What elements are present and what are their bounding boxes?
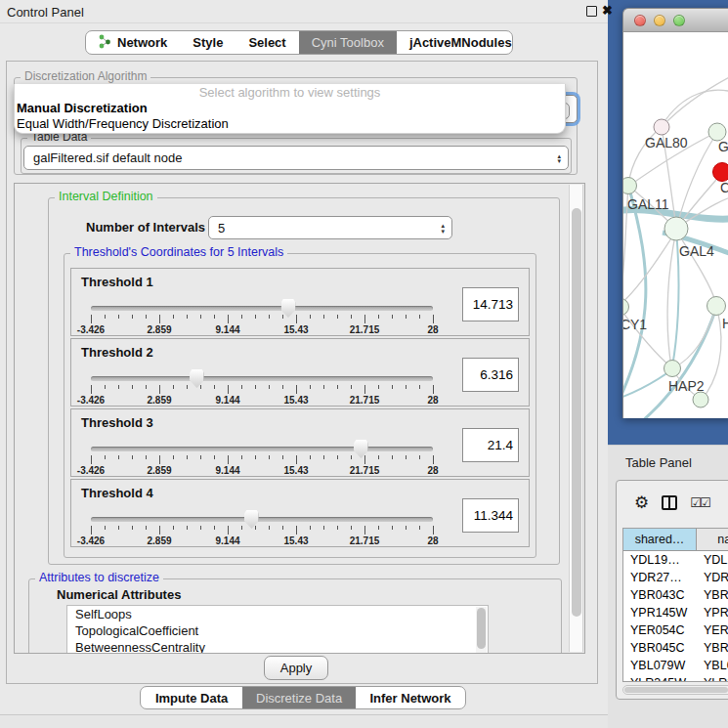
tab-style[interactable]: Style: [180, 31, 236, 54]
table-row[interactable]: YDR27…YDR2: [623, 569, 728, 586]
table-cell[interactable]: YBR043C: [623, 586, 697, 604]
table-row[interactable]: YER054CYER0: [623, 621, 728, 639]
table-cell[interactable]: YDL1: [697, 551, 728, 569]
slider-track[interactable]: [91, 306, 433, 311]
svg-text:G.: G.: [718, 139, 728, 154]
slider-scale-labels: -3.4262.8599.14415.4321.71528: [91, 395, 433, 407]
table-cell[interactable]: YBR045C: [623, 639, 697, 657]
table-cell[interactable]: YDR27…: [623, 569, 697, 586]
tab-jactivemnodules[interactable]: jActiveMNodules: [397, 31, 513, 54]
column-header-shared-name[interactable]: shared…: [623, 529, 697, 550]
svg-text:HAP2: HAP2: [668, 378, 705, 394]
dropdown-option-equal-width[interactable]: Equal Width/Frequency Discretization: [15, 116, 565, 132]
slider-scale-labels: -3.4262.8599.14415.4321.71528: [91, 465, 433, 477]
threshold-4-value[interactable]: 11.344: [462, 498, 519, 533]
tab-jactivemnodules-label: jActiveMNodules: [409, 35, 512, 50]
table-cell[interactable]: YPR1: [697, 604, 728, 621]
interval-definition-title: Interval Definition: [55, 190, 157, 203]
threshold-3-label: Threshold 3: [81, 415, 153, 430]
close-traffic-light-icon[interactable]: [634, 15, 646, 26]
bottom-tabbar: Impute Data Discretize Data Infer Networ…: [140, 686, 466, 709]
table-row[interactable]: YBL079WYBL0: [623, 657, 728, 674]
svg-text:GAL80: GAL80: [645, 135, 688, 150]
checked-checkbox-icons[interactable]: ☑☑: [690, 495, 708, 510]
svg-text:C: C: [720, 180, 728, 195]
list-scrollbar-thumb[interactable]: [477, 608, 486, 649]
column-header-name[interactable]: name: [697, 529, 728, 550]
slider-ticks: [91, 385, 433, 395]
number-of-intervals-value: 5: [218, 221, 225, 236]
table-cell[interactable]: YBR0: [697, 639, 728, 657]
table-cell[interactable]: YBL0: [697, 657, 728, 674]
table-cell[interactable]: YDR2: [697, 569, 728, 586]
dropdown-hint: Select algorithm to view settings: [15, 84, 565, 101]
tab-network-label: Network: [117, 35, 167, 50]
table-cell[interactable]: YDL19…: [623, 551, 697, 569]
numerical-attributes-list[interactable]: SelfLoopsTopologicalCoefficientBetweenne…: [66, 605, 489, 654]
table-panel-title: Table Panel: [625, 455, 692, 470]
algorithm-dropdown: Select algorithm to view settings Manual…: [14, 84, 566, 134]
svg-text:H: H: [722, 316, 728, 331]
discretization-algorithm-group-title: Discretization Algorithm: [21, 69, 150, 83]
control-panel: Control Panel ✖ Network Style Select Cyn…: [0, 0, 608, 728]
attribute-list-item[interactable]: TopologicalCoefficient: [67, 622, 488, 639]
slider-track[interactable]: [91, 376, 433, 381]
table-cell[interactable]: YER054C: [623, 621, 697, 639]
tab-infer-network[interactable]: Infer Network: [356, 687, 465, 708]
table-row[interactable]: YLR345WYLR3: [623, 674, 728, 682]
attribute-list-item[interactable]: SelfLoops: [67, 606, 488, 622]
split-columns-icon[interactable]: [662, 495, 677, 510]
tab-select-label: Select: [248, 35, 285, 50]
tab-cyni-toolbox-label: Cyni Toolbox: [312, 35, 384, 50]
tab-discretize-data[interactable]: Discretize Data: [242, 687, 356, 708]
number-of-intervals-label: Number of Intervals: [86, 220, 205, 235]
tab-impute-data[interactable]: Impute Data: [141, 687, 242, 708]
tab-impute-data-label: Impute Data: [155, 691, 228, 706]
slider-track[interactable]: [91, 517, 433, 522]
tab-select[interactable]: Select: [236, 31, 298, 54]
float-window-icon[interactable]: [586, 6, 597, 17]
gear-icon[interactable]: ⚙: [634, 494, 649, 511]
table-data-combobox[interactable]: galFiltered.sif default node ▴▾: [23, 146, 569, 170]
table-cell[interactable]: YBL079W: [623, 657, 697, 674]
threshold-1-value[interactable]: 14.713: [462, 287, 519, 321]
panel-scrollbar-thumb[interactable]: [572, 208, 581, 617]
network-canvas-svg: GAL80G.CGAL11GAL4GCY1HHAP2: [623, 32, 728, 418]
table-cell[interactable]: YLR345W: [623, 674, 697, 682]
table-cell[interactable]: YLR3: [697, 674, 728, 682]
close-icon[interactable]: ✖: [602, 3, 613, 18]
apply-button[interactable]: Apply: [264, 656, 328, 680]
tab-infer-network-label: Infer Network: [369, 691, 450, 706]
table-row[interactable]: YDL19…YDL1: [623, 551, 728, 569]
table-row[interactable]: YPR145WYPR1: [623, 604, 728, 621]
zoom-traffic-light-icon[interactable]: [673, 15, 685, 26]
threshold-4-label: Threshold 4: [81, 486, 153, 500]
network-canvas[interactable]: GAL80G.CGAL11GAL4GCY1HHAP2: [622, 32, 728, 418]
number-of-intervals-combobox[interactable]: 5 ▴▾: [208, 216, 452, 239]
panel-scrollbar[interactable]: [569, 185, 583, 652]
table-panel-box: ⚙ ☑☑ shared… name YDL19…YDL1YDR27…YDR2YB…: [616, 480, 728, 700]
slider-track[interactable]: [91, 447, 433, 451]
table-horizontal-scrollbar[interactable]: [622, 685, 728, 695]
table-cell[interactable]: YPR145W: [623, 604, 697, 621]
tab-cyni-toolbox[interactable]: Cyni Toolbox: [299, 31, 397, 54]
minimize-traffic-light-icon[interactable]: [654, 15, 665, 26]
table-row[interactable]: YBR043CYBR0: [623, 586, 728, 604]
network-view-window: GAL80G.CGAL11GAL4GCY1HHAP2: [622, 8, 728, 418]
list-scrollbar[interactable]: [476, 607, 487, 654]
threshold-2-value[interactable]: 6.316: [462, 358, 519, 392]
tab-network[interactable]: Network: [86, 31, 180, 54]
table-row[interactable]: YBR045CYBR0: [623, 639, 728, 657]
cyni-toolbox-panel: Discretization Algorithm ▴▾ Select algor…: [6, 61, 598, 684]
threshold-3-value[interactable]: 21.4: [462, 428, 519, 462]
table-data-value: galFiltered.sif default node: [33, 150, 182, 165]
slider-ticks: [91, 455, 433, 465]
attribute-list-item[interactable]: BetweennessCentrality: [67, 639, 488, 654]
network-window-titlebar[interactable]: [622, 8, 728, 32]
table-horizontal-scrollbar-thumb[interactable]: [624, 687, 728, 693]
dropdown-option-manual[interactable]: Manual Discretization: [15, 101, 565, 116]
table-cell[interactable]: YER0: [697, 621, 728, 639]
table-cell[interactable]: YBR0: [697, 586, 728, 604]
interval-definition-group: Interval Definition Number of Intervals …: [48, 197, 560, 565]
slider-ticks: [91, 315, 433, 324]
